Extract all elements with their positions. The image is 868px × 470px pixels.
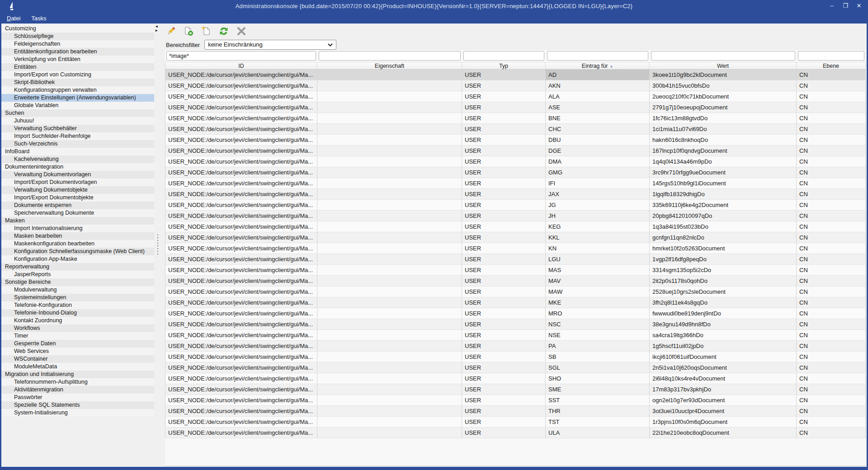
column-header-id[interactable]: ID	[165, 62, 317, 69]
splitter-expand-right-icon[interactable]: ▸	[156, 28, 158, 33]
cell-id[interactable]: USER_NODE:/de/cursor/jevi/client/swingcl…	[165, 156, 317, 167]
sidebar-item[interactable]: Entitätenkonfiguration bearbeiten	[1, 48, 154, 56]
cell-id[interactable]: USER_NODE:/de/cursor/jevi/client/swingcl…	[165, 395, 317, 406]
table-row[interactable]: USER_NODE:/de/cursor/jevi/client/swingcl…	[165, 265, 866, 276]
sidebar-item[interactable]: Passwörter	[1, 394, 154, 401]
cell-typ[interactable]: USER	[462, 417, 546, 428]
cell-eintrag-für[interactable]: SME	[546, 384, 650, 395]
sidebar-item[interactable]: Spezielle SQL Statements	[1, 401, 154, 409]
cell-ebene[interactable]: CN	[797, 178, 866, 189]
cell-ebene[interactable]: CN	[797, 428, 866, 438]
sidebar-item[interactable]: Workflows	[1, 324, 154, 332]
sidebar-item[interactable]: Dokumente entsperren	[1, 202, 154, 209]
cell-eintrag-für[interactable]: TST	[546, 417, 650, 428]
cell-eigenschaft[interactable]	[317, 254, 462, 265]
sidebar-item[interactable]: Skript-Bibliothek	[1, 79, 154, 86]
cell-typ[interactable]: USER	[462, 102, 546, 113]
cell-wert[interactable]: 1ci1mia11u07vi69Do	[650, 124, 797, 135]
cell-wert[interactable]: ikcji610f061uifDocument	[650, 352, 797, 362]
cell-typ[interactable]: USER	[462, 91, 546, 102]
cell-ebene[interactable]: CN	[797, 113, 866, 124]
cell-eigenschaft[interactable]	[317, 406, 462, 417]
cell-id[interactable]: USER_NODE:/de/cursor/jevi/client/swingcl…	[165, 243, 317, 254]
table-row[interactable]: USER_NODE:/de/cursor/jevi/client/swingcl…	[165, 156, 866, 167]
cell-eigenschaft[interactable]	[317, 308, 462, 319]
sidebar-item[interactable]: JasperReports	[1, 271, 154, 278]
cell-eintrag-für[interactable]: DMA	[546, 156, 650, 167]
cell-eigenschaft[interactable]	[317, 319, 462, 330]
cell-wert[interactable]: 335k69110j6ke4g2Document	[650, 200, 797, 211]
table-row[interactable]: USER_NODE:/de/cursor/jevi/client/swingcl…	[165, 319, 866, 330]
cell-eintrag-für[interactable]: SHO	[546, 373, 650, 384]
cell-id[interactable]: USER_NODE:/de/cursor/jevi/client/swingcl…	[165, 287, 317, 297]
cell-eintrag-für[interactable]: JH	[546, 211, 650, 221]
table-row[interactable]: USER_NODE:/de/cursor/jevi/client/swingcl…	[165, 232, 866, 243]
table-row[interactable]: USER_NODE:/de/cursor/jevi/client/swingcl…	[165, 113, 866, 124]
cell-wert[interactable]: 1q4q0l4134a46m9pDo	[650, 156, 797, 167]
table-row[interactable]: USER_NODE:/de/cursor/jevi/client/swingcl…	[165, 243, 866, 254]
table-row[interactable]: USER_NODE:/de/cursor/jevi/client/swingcl…	[165, 308, 866, 319]
table-row[interactable]: USER_NODE:/de/cursor/jevi/client/swingcl…	[165, 395, 866, 406]
sidebar-item[interactable]: Konfiguration App-Maske	[1, 255, 154, 263]
cell-eintrag-für[interactable]: KEG	[546, 221, 650, 232]
menu-item-datei[interactable]: Datei	[7, 15, 20, 22]
table-row[interactable]: USER_NODE:/de/cursor/jevi/client/swingcl…	[165, 384, 866, 395]
cell-id[interactable]: USER_NODE:/de/cursor/jevi/client/swingcl…	[165, 308, 317, 319]
cell-typ[interactable]: USER	[462, 287, 546, 297]
table-row[interactable]: USER_NODE:/de/cursor/jevi/client/swingcl…	[165, 102, 866, 113]
cell-eigenschaft[interactable]	[317, 146, 462, 156]
table-row[interactable]: USER_NODE:/de/cursor/jevi/client/swingcl…	[165, 70, 866, 80]
cell-id[interactable]: USER_NODE:/de/cursor/jevi/client/swingcl…	[165, 319, 317, 330]
cell-wert[interactable]: 2528uej10grs2sleDocument	[650, 287, 797, 297]
sidebar-item[interactable]: Masken bearbeiten	[1, 232, 154, 240]
cell-eigenschaft[interactable]	[317, 395, 462, 406]
cell-eintrag-für[interactable]: MAV	[546, 276, 650, 287]
sidebar-item[interactable]: Telefonnummern-Aufsplittung	[1, 378, 154, 386]
sidebar-item[interactable]: Aktivitätenmigration	[1, 386, 154, 394]
cell-typ[interactable]: USER	[462, 341, 546, 352]
cell-wert[interactable]: ogn2el10g7er93dDocument	[650, 395, 797, 406]
table-row[interactable]: USER_NODE:/de/cursor/jevi/client/swingcl…	[165, 135, 866, 146]
column-header-eigenschaft[interactable]: Eigenschaft	[317, 62, 462, 69]
cell-eigenschaft[interactable]	[317, 200, 462, 211]
cell-eigenschaft[interactable]	[317, 341, 462, 352]
table-row[interactable]: USER_NODE:/de/cursor/jevi/client/swingcl…	[165, 189, 866, 200]
cell-typ[interactable]: USER	[462, 146, 546, 156]
cell-eintrag-für[interactable]: KKL	[546, 232, 650, 243]
cell-eigenschaft[interactable]	[317, 156, 462, 167]
sidebar-item[interactable]: Timer	[1, 332, 154, 340]
cell-eintrag-für[interactable]: PA	[546, 341, 650, 352]
table-row[interactable]: USER_NODE:/de/cursor/jevi/client/swingcl…	[165, 362, 866, 373]
sidebar-item[interactable]: Import/Export Dokumentobjekte	[1, 194, 154, 202]
sidebar-item[interactable]: Systemeinstellungen	[1, 294, 154, 301]
table-row[interactable]: USER_NODE:/de/cursor/jevi/client/swingcl…	[165, 352, 866, 362]
cell-ebene[interactable]: CN	[797, 221, 866, 232]
cell-id[interactable]: USER_NODE:/de/cursor/jevi/client/swingcl…	[165, 102, 317, 113]
cell-eigenschaft[interactable]	[317, 211, 462, 221]
cell-eigenschaft[interactable]	[317, 91, 462, 102]
cell-ebene[interactable]: CN	[797, 189, 866, 200]
cell-eigenschaft[interactable]	[317, 167, 462, 178]
cell-eintrag-für[interactable]: ASE	[546, 102, 650, 113]
cell-id[interactable]: USER_NODE:/de/cursor/jevi/client/swingcl…	[165, 70, 317, 80]
cell-wert[interactable]: 1fc76ic13m88gtvdDo	[650, 113, 797, 124]
sidebar-item[interactable]: Juhuuu!	[1, 117, 154, 125]
cell-typ[interactable]: USER	[462, 221, 546, 232]
cell-typ[interactable]: USER	[462, 200, 546, 211]
cell-wert[interactable]: 145rgs510hb9gl1iDocument	[650, 178, 797, 189]
cell-eigenschaft[interactable]	[317, 70, 462, 80]
cell-ebene[interactable]: CN	[797, 211, 866, 221]
cell-eigenschaft[interactable]	[317, 232, 462, 243]
close-button[interactable]: ✕	[854, 1, 864, 10]
splitter[interactable]: ◂ ▸	[154, 24, 161, 467]
column-filter-input-ebene[interactable]	[798, 51, 864, 61]
cell-wert[interactable]: 3fh2q8l11ek4s8gqDo	[650, 297, 797, 308]
cell-ebene[interactable]: CN	[797, 417, 866, 428]
cell-ebene[interactable]: CN	[797, 362, 866, 373]
cell-eigenschaft[interactable]	[317, 113, 462, 124]
cell-id[interactable]: USER_NODE:/de/cursor/jevi/client/swingcl…	[165, 178, 317, 189]
table-row[interactable]: USER_NODE:/de/cursor/jevi/client/swingcl…	[165, 211, 866, 221]
sidebar-item[interactable]: Maskenkonfiguration bearbeiten	[1, 240, 154, 248]
cell-wert[interactable]: 17m83p317bv3pkhjDo	[650, 384, 797, 395]
cell-id[interactable]: USER_NODE:/de/cursor/jevi/client/swingcl…	[165, 146, 317, 156]
